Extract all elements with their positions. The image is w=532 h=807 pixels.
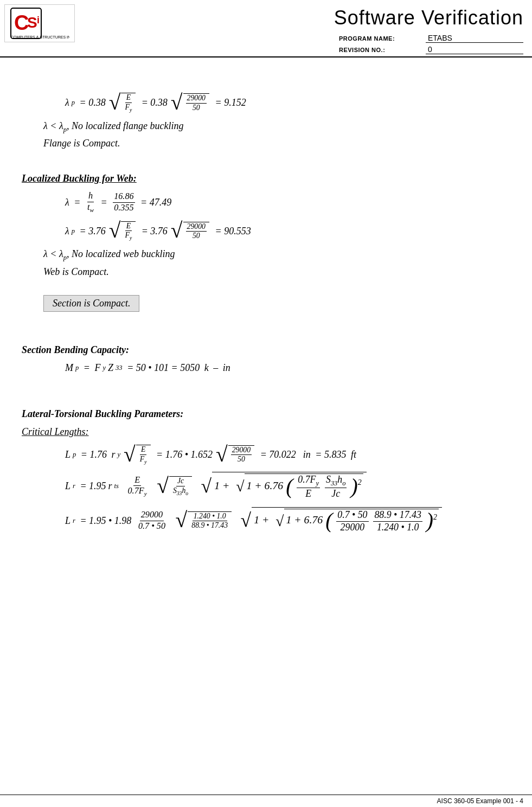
flange-lambda-p-equation: λp = 0.38 √ E Fy = 0.38 √ 29000 50 [65,92,510,114]
lp-equation: Lp = 1.76 ry √ E Fy = 1.76 • 1.652 √ 290… [65,444,510,466]
section-compact-box: Section is Compact. [43,295,139,312]
header-info: PROGRAM NAME: ETABS REVISION NO.: 0 [339,34,523,56]
revision-value: 0 [426,45,523,54]
web-lambda-p-equation: λp = 3.76 √ E Fy = 3.76 √ 29000 50 [65,220,510,242]
flange-compact-result: Flange is Compact. [43,138,510,149]
lt-buckling-heading: Lateral-Torsional Buckling Parameters: [22,408,510,420]
lr-formula-equation: Lr = 1.95rts E 0.7Fy √ Jc S33ho √ [65,472,510,501]
svg-text:COMPUTERS & STRUCTURES INC.: COMPUTERS & STRUCTURES INC. [11,35,69,39]
page-footer: AISC 360-05 Example 001 - 4 [0,795,532,807]
footer-text: AISC 360-05 Example 001 - 4 [437,797,523,805]
bending-section-heading: Section Bending Capacity: [22,344,510,356]
revision-label: REVISION NO.: [339,47,426,53]
flange-compact-condition: λ < λp, No localized flange buckling [43,120,510,134]
page-header: C S i COMPUTERS & STRUCTURES INC. Softwa… [0,0,532,57]
program-value: ETABS [426,34,523,43]
web-section-heading: Localized Buckling for Web: [22,173,510,184]
lr-numeric-equation: Lr = 1.95 • 1.98 29000 0.7 • 50 √ 1.240 … [65,507,510,534]
critical-lengths-heading: Critical Lengths: [22,426,510,438]
logo: C S i COMPUTERS & STRUCTURES INC. [4,4,75,42]
svg-text:S: S [27,14,37,31]
main-content: λp = 0.38 √ E Fy = 0.38 √ 29000 50 [0,57,532,573]
web-compact-result: Web is Compact. [43,266,510,278]
page-title: Software Verification [334,7,523,29]
svg-text:i: i [37,15,40,25]
web-lambda-equation: λ = h tw = 16.86 0.355 = 47.49 [65,191,510,214]
web-compact-condition: λ < λp, No localized web buckling [43,248,510,262]
header-right: Software Verification PROGRAM NAME: ETAB… [86,4,523,56]
bending-equation: Mp = FyZ33 = 50 • 101 = 5050 k – in [65,362,510,374]
program-label: PROGRAM NAME: [339,35,426,42]
